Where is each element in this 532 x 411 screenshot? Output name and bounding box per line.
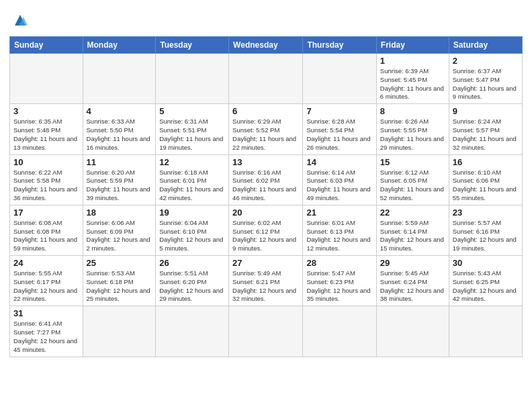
calendar-cell: 23Sunrise: 5:57 AM Sunset: 6:16 PM Dayli… — [449, 205, 522, 255]
calendar-cell: 16Sunrise: 6:10 AM Sunset: 6:06 PM Dayli… — [449, 154, 522, 205]
calendar-cell: 10Sunrise: 6:22 AM Sunset: 5:58 PM Dayli… — [10, 154, 83, 205]
day-number: 25 — [87, 258, 152, 268]
day-number: 16 — [453, 157, 519, 167]
calendar-cell: 9Sunrise: 6:24 AM Sunset: 5:57 PM Daylig… — [449, 104, 522, 154]
calendar-cell — [83, 306, 156, 357]
day-info: Sunrise: 6:33 AM Sunset: 5:50 PM Dayligh… — [87, 118, 152, 152]
page: SundayMondayTuesdayWednesdayThursdayFrid… — [0, 0, 532, 411]
calendar: SundayMondayTuesdayWednesdayThursdayFrid… — [9, 36, 523, 357]
day-number: 27 — [232, 258, 299, 268]
day-info: Sunrise: 6:24 AM Sunset: 5:57 PM Dayligh… — [453, 118, 519, 152]
day-number: 10 — [13, 157, 79, 167]
calendar-cell: 12Sunrise: 6:18 AM Sunset: 6:01 PM Dayli… — [156, 154, 229, 205]
day-number: 9 — [453, 106, 519, 116]
calendar-cell: 14Sunrise: 6:14 AM Sunset: 6:03 PM Dayli… — [303, 154, 376, 205]
day-info: Sunrise: 6:04 AM Sunset: 6:10 PM Dayligh… — [159, 219, 225, 253]
calendar-cell — [10, 54, 83, 104]
day-number: 2 — [453, 56, 519, 66]
day-info: Sunrise: 5:57 AM Sunset: 6:16 PM Dayligh… — [453, 219, 519, 253]
day-info: Sunrise: 6:10 AM Sunset: 6:06 PM Dayligh… — [453, 169, 519, 203]
weekday-header: Wednesday — [229, 37, 303, 54]
calendar-week-row: 24Sunrise: 5:55 AM Sunset: 6:17 PM Dayli… — [10, 256, 523, 306]
calendar-week-row: 17Sunrise: 6:08 AM Sunset: 6:08 PM Dayli… — [10, 205, 523, 255]
day-info: Sunrise: 6:18 AM Sunset: 6:01 PM Dayligh… — [159, 169, 225, 203]
calendar-cell: 21Sunrise: 6:01 AM Sunset: 6:13 PM Dayli… — [303, 205, 376, 255]
day-number: 1 — [380, 56, 445, 66]
calendar-cell: 18Sunrise: 6:06 AM Sunset: 6:09 PM Dayli… — [83, 205, 156, 255]
day-number: 28 — [306, 258, 372, 268]
calendar-cell: 1Sunrise: 6:39 AM Sunset: 5:45 PM Daylig… — [376, 54, 449, 104]
calendar-week-row: 3Sunrise: 6:35 AM Sunset: 5:48 PM Daylig… — [10, 104, 523, 154]
day-number: 31 — [13, 308, 79, 318]
day-number: 11 — [87, 157, 152, 167]
calendar-cell: 15Sunrise: 6:12 AM Sunset: 6:05 PM Dayli… — [376, 154, 449, 205]
calendar-header-row: SundayMondayTuesdayWednesdayThursdayFrid… — [10, 37, 523, 54]
day-info: Sunrise: 6:22 AM Sunset: 5:58 PM Dayligh… — [13, 169, 79, 203]
day-number: 14 — [306, 157, 372, 167]
day-info: Sunrise: 5:51 AM Sunset: 6:20 PM Dayligh… — [159, 269, 225, 304]
day-number: 12 — [159, 157, 225, 167]
day-info: Sunrise: 6:20 AM Sunset: 5:59 PM Dayligh… — [87, 169, 152, 203]
day-number: 8 — [380, 106, 445, 116]
calendar-cell: 27Sunrise: 5:49 AM Sunset: 6:21 PM Dayli… — [229, 256, 303, 306]
day-info: Sunrise: 5:43 AM Sunset: 6:25 PM Dayligh… — [453, 269, 519, 304]
day-info: Sunrise: 6:35 AM Sunset: 5:48 PM Dayligh… — [13, 118, 79, 152]
calendar-cell — [303, 54, 376, 104]
calendar-week-row: 31Sunrise: 6:41 AM Sunset: 7:27 PM Dayli… — [10, 306, 523, 357]
day-number: 30 — [453, 258, 519, 268]
calendar-cell: 25Sunrise: 5:53 AM Sunset: 6:18 PM Dayli… — [83, 256, 156, 306]
calendar-cell: 4Sunrise: 6:33 AM Sunset: 5:50 PM Daylig… — [83, 104, 156, 154]
day-info: Sunrise: 6:01 AM Sunset: 6:13 PM Dayligh… — [306, 219, 372, 253]
day-number: 26 — [159, 258, 225, 268]
weekday-header: Thursday — [303, 37, 376, 54]
calendar-cell: 31Sunrise: 6:41 AM Sunset: 7:27 PM Dayli… — [10, 306, 83, 357]
day-number: 20 — [232, 208, 299, 218]
day-number: 23 — [453, 208, 519, 218]
calendar-week-row: 1Sunrise: 6:39 AM Sunset: 5:45 PM Daylig… — [10, 54, 523, 104]
weekday-header: Monday — [83, 37, 156, 54]
day-info: Sunrise: 6:37 AM Sunset: 5:47 PM Dayligh… — [453, 67, 519, 101]
day-number: 18 — [87, 208, 152, 218]
calendar-cell — [376, 306, 449, 357]
logo — [9, 9, 34, 31]
day-number: 5 — [159, 106, 225, 116]
calendar-cell: 26Sunrise: 5:51 AM Sunset: 6:20 PM Dayli… — [156, 256, 229, 306]
day-number: 4 — [87, 106, 152, 116]
day-info: Sunrise: 6:08 AM Sunset: 6:08 PM Dayligh… — [13, 219, 79, 253]
day-number: 22 — [380, 208, 445, 218]
weekday-header: Saturday — [449, 37, 522, 54]
calendar-cell: 17Sunrise: 6:08 AM Sunset: 6:08 PM Dayli… — [10, 205, 83, 255]
day-number: 3 — [13, 106, 79, 116]
calendar-cell — [229, 306, 303, 357]
calendar-cell: 28Sunrise: 5:47 AM Sunset: 6:23 PM Dayli… — [303, 256, 376, 306]
day-info: Sunrise: 5:59 AM Sunset: 6:14 PM Dayligh… — [380, 219, 445, 253]
calendar-cell: 8Sunrise: 6:26 AM Sunset: 5:55 PM Daylig… — [376, 104, 449, 154]
day-number: 19 — [159, 208, 225, 218]
logo-icon — [9, 9, 31, 31]
day-number: 24 — [13, 258, 79, 268]
calendar-cell: 22Sunrise: 5:59 AM Sunset: 6:14 PM Dayli… — [376, 205, 449, 255]
day-info: Sunrise: 5:55 AM Sunset: 6:17 PM Dayligh… — [13, 269, 79, 304]
day-number: 13 — [232, 157, 299, 167]
day-number: 29 — [380, 258, 445, 268]
day-number: 21 — [306, 208, 372, 218]
calendar-cell: 20Sunrise: 6:02 AM Sunset: 6:12 PM Dayli… — [229, 205, 303, 255]
day-number: 15 — [380, 157, 445, 167]
calendar-cell: 6Sunrise: 6:29 AM Sunset: 5:52 PM Daylig… — [229, 104, 303, 154]
day-number: 6 — [232, 106, 299, 116]
day-info: Sunrise: 6:16 AM Sunset: 6:02 PM Dayligh… — [232, 169, 299, 203]
weekday-header: Tuesday — [156, 37, 229, 54]
calendar-cell: 11Sunrise: 6:20 AM Sunset: 5:59 PM Dayli… — [83, 154, 156, 205]
calendar-cell: 13Sunrise: 6:16 AM Sunset: 6:02 PM Dayli… — [229, 154, 303, 205]
calendar-cell — [303, 306, 376, 357]
day-info: Sunrise: 6:28 AM Sunset: 5:54 PM Dayligh… — [306, 118, 372, 152]
calendar-cell — [449, 306, 522, 357]
day-info: Sunrise: 5:45 AM Sunset: 6:24 PM Dayligh… — [380, 269, 445, 304]
calendar-cell — [83, 54, 156, 104]
day-number: 7 — [306, 106, 372, 116]
calendar-cell — [156, 306, 229, 357]
day-info: Sunrise: 5:47 AM Sunset: 6:23 PM Dayligh… — [306, 269, 372, 304]
weekday-header: Sunday — [10, 37, 83, 54]
calendar-cell: 3Sunrise: 6:35 AM Sunset: 5:48 PM Daylig… — [10, 104, 83, 154]
calendar-week-row: 10Sunrise: 6:22 AM Sunset: 5:58 PM Dayli… — [10, 154, 523, 205]
